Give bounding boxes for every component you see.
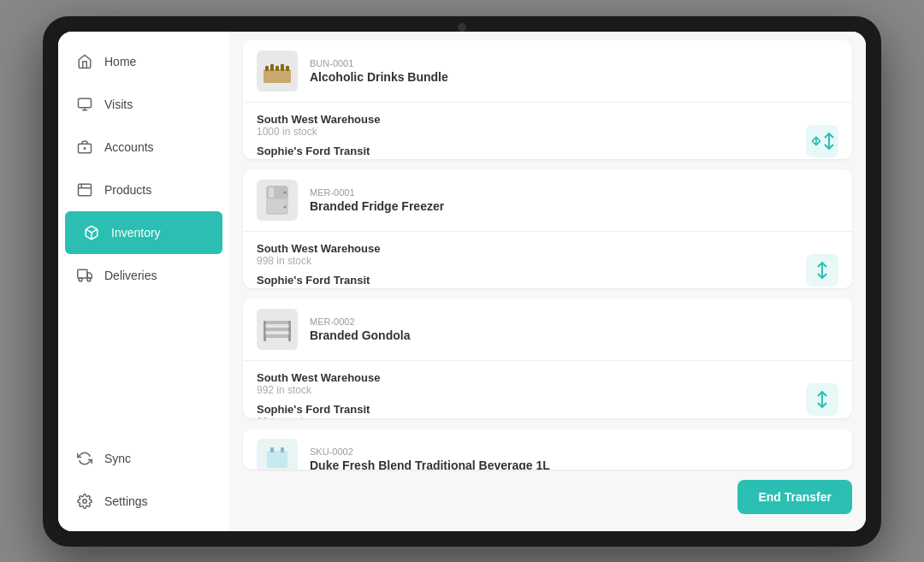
product-title-1: MER-0001 Branded Fridge Freezer [310,187,444,213]
product-sku-2: MER-0002 [310,316,410,327]
product-header-2: MER-0002 Branded Gondola [243,299,852,361]
sidebar-item-home[interactable]: Home [58,40,229,83]
product-title-2: MER-0002 Branded Gondola [310,316,410,342]
partial-product-card: SKU-0002 Duke Fresh Blend Traditional Be… [243,429,852,470]
svg-rect-10 [78,269,87,278]
product-header-1: MER-0001 Branded Fridge Freezer [243,169,852,232]
sync-icon [75,449,94,468]
stock-count-1-0: 998 in stock [257,255,380,267]
stock-row-0-1: Sophie's Ford Transit 100 in stock [257,145,380,159]
svg-rect-36 [267,451,287,468]
product-sku-0: BUN-0001 [310,58,448,68]
svg-rect-24 [269,187,274,198]
partial-product-header: SKU-0002 Duke Fresh Blend Traditional Be… [243,429,852,470]
svg-rect-33 [265,324,289,328]
stock-location-2-1: Sophie's Ford Transit [257,403,380,416]
svg-rect-19 [286,66,289,71]
transfer-button-1[interactable] [806,254,838,287]
partial-product-image [257,439,298,470]
products-icon [75,180,94,199]
sidebar-label-visits: Visits [104,98,133,111]
deliveries-icon [75,266,94,285]
svg-rect-14 [264,69,291,83]
main-content: BUN-0001 Alcoholic Drinks Bundle South W… [229,32,866,531]
svg-point-25 [284,191,287,193]
stock-row-2-1: Sophie's Ford Transit 92 in stock [257,403,380,417]
svg-rect-37 [270,447,274,453]
svg-rect-17 [275,66,279,71]
stock-row-0-0: South West Warehouse 1000 in stock [257,113,380,138]
product-image-1 [257,180,298,221]
stock-info-2: South West Warehouse 992 in stock Sophie… [257,371,380,417]
svg-point-11 [79,278,82,281]
stock-location-0-1: Sophie's Ford Transit [257,145,380,157]
svg-point-13 [83,499,87,503]
stock-location-1-0: South West Warehouse [257,242,380,255]
product-name-1: Branded Fridge Freezer [310,199,444,213]
home-icon [75,52,94,71]
svg-rect-16 [270,64,274,71]
stock-row-1-1: Sophie's Ford Transit 96 in stock [257,274,380,288]
stock-count-2-1: 92 in stock [257,416,380,417]
svg-rect-6 [79,184,92,196]
visits-icon [75,95,94,114]
product-name-2: Branded Gondola [310,328,410,342]
sidebar-item-visits[interactable]: Visits [58,83,229,126]
sidebar-label-home: Home [104,55,136,68]
sidebar-label-inventory: Inventory [111,226,161,240]
sidebar-item-deliveries[interactable]: Deliveries [58,254,229,297]
svg-rect-30 [264,334,291,338]
svg-rect-15 [265,66,269,71]
product-image-0 [257,50,298,92]
sidebar-item-accounts[interactable]: Accounts [58,126,229,169]
product-stock-2: South West Warehouse 992 in stock Sophie… [243,361,852,417]
sidebar-label-sync: Sync [104,452,131,465]
product-image-2 [257,309,298,350]
end-transfer-bar: End Transfer [243,471,852,523]
sidebar-item-sync[interactable]: Sync [58,437,229,480]
stock-count-0-0: 1000 in stock [257,126,380,138]
svg-point-12 [87,278,91,281]
svg-rect-18 [281,64,284,71]
product-header-0: BUN-0001 Alcoholic Drinks Bundle [243,40,852,103]
partial-product-sku: SKU-0002 [310,447,550,457]
product-stock-1: South West Warehouse 998 in stock Sophie… [243,232,852,288]
accounts-icon [75,138,94,157]
stock-row-2-0: South West Warehouse 992 in stock [257,371,380,396]
stock-count-1-1: 96 in stock [257,287,380,288]
stock-count-2-0: 992 in stock [257,384,380,396]
stock-location-2-0: South West Warehouse [257,371,380,384]
settings-icon [75,492,94,511]
sidebar-label-products: Products [104,183,151,197]
sidebar: Home Visits [58,32,229,531]
sidebar-label-settings: Settings [104,494,148,508]
sidebar-item-products[interactable]: Products [58,169,229,211]
svg-rect-0 [79,98,92,108]
product-title-0: BUN-0001 Alcoholic Drinks Bundle [310,58,448,84]
stock-location-0-0: South West Warehouse [257,113,380,126]
stock-info-0: South West Warehouse 1000 in stock Sophi… [257,113,380,159]
transfer-button-0[interactable] [806,125,838,157]
partial-product-name: Duke Fresh Blend Traditional Beverage 1L [310,458,550,470]
stock-row-1-0: South West Warehouse 998 in stock [257,242,380,267]
end-transfer-button[interactable]: End Transfer [737,480,852,514]
partial-product-title: SKU-0002 Duke Fresh Blend Traditional Be… [310,447,550,470]
sidebar-label-accounts: Accounts [104,140,154,154]
stock-info-1: South West Warehouse 998 in stock Sophie… [257,242,380,288]
svg-rect-28 [264,321,291,324]
sidebar-item-inventory[interactable]: Inventory [65,211,222,254]
svg-rect-29 [264,328,291,331]
stock-location-1-1: Sophie's Ford Transit [257,274,380,287]
product-card-1: MER-0001 Branded Fridge Freezer South We… [243,169,852,288]
device-frame: Home Visits [43,16,881,547]
transfer-button-2[interactable] [806,383,838,416]
svg-point-26 [284,205,287,208]
inventory-icon [82,223,101,242]
svg-rect-38 [281,447,284,453]
stock-count-0-1: 100 in stock [257,157,380,159]
product-card-2: MER-0002 Branded Gondola South West Ware… [243,299,852,417]
product-card-0: BUN-0001 Alcoholic Drinks Bundle South W… [243,40,852,159]
screen: Home Visits [58,32,866,531]
product-sku-1: MER-0001 [310,187,444,198]
sidebar-item-settings[interactable]: Settings [58,480,229,523]
